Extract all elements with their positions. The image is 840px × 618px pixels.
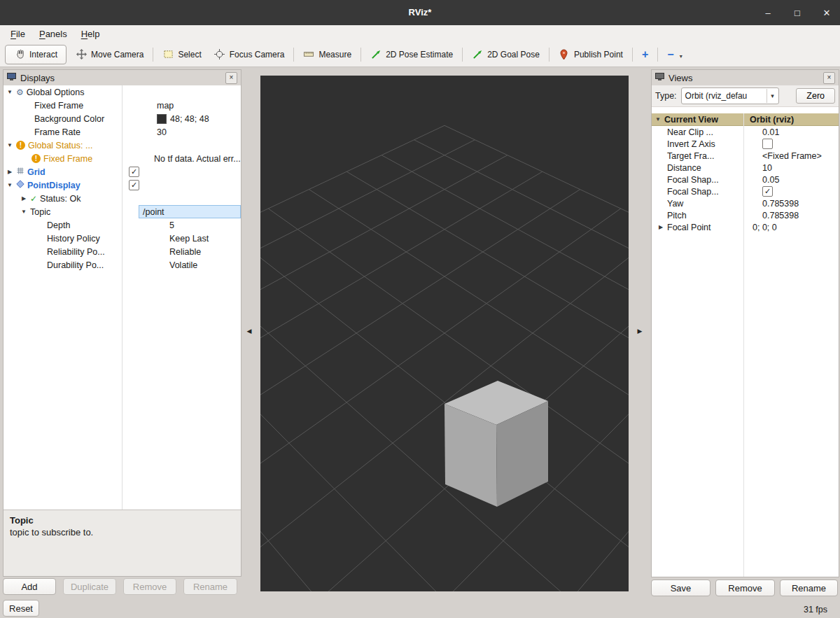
pose-arrow-icon	[370, 49, 382, 60]
views-row-yaw[interactable]: Yaw 0.785398	[652, 197, 839, 209]
checkbox[interactable]: ✓	[762, 139, 773, 149]
3d-viewport[interactable]	[260, 76, 629, 591]
row-value[interactable]: 0.01	[759, 127, 839, 137]
gear-icon: ⚙	[16, 88, 24, 97]
triangle-down-icon[interactable]: ▼	[654, 116, 662, 122]
tool-move-camera[interactable]: Move Camera	[69, 46, 150, 63]
tree-row-fixed-frame[interactable]: Fixed Frame map	[4, 99, 241, 112]
displays-panel-header[interactable]: Displays ×	[4, 70, 241, 86]
warning-icon: !	[16, 141, 25, 150]
tool-2d-goal-pose[interactable]: 2D Goal Pose	[465, 46, 546, 63]
toolbar-separator	[632, 48, 633, 62]
row-value[interactable]: 0.785398	[759, 199, 839, 209]
row-value[interactable]: 0.785398	[759, 211, 839, 220]
row-value[interactable]: 0.05	[759, 175, 839, 185]
row-label: PointDisplay	[27, 181, 80, 190]
tool-measure[interactable]: Measure	[297, 46, 358, 63]
duplicate-button: Duplicate	[63, 578, 116, 595]
property-help-box: Topic topic to subscribe to.	[4, 510, 241, 576]
views-row-near-clip[interactable]: Near Clip ... 0.01	[652, 126, 839, 138]
tree-row-global-status-fixed-frame[interactable]: ! Fixed Frame No tf data. Actual err...	[4, 152, 241, 165]
tree-row-history-policy[interactable]: History Policy Keep Last	[4, 232, 241, 245]
tree-row-topic[interactable]: ▼ Topic /point	[4, 205, 241, 218]
tool-2d-pose-estimate[interactable]: 2D Pose Estimate	[364, 46, 459, 63]
triangle-down-icon[interactable]: ▼	[6, 89, 13, 95]
row-value: No tf data. Actual err...	[150, 152, 241, 165]
view-type-dropdown[interactable]: Orbit (rviz_defau ▾	[681, 87, 779, 104]
minimize-icon[interactable]: –	[763, 8, 773, 18]
collapse-left-icon[interactable]: ◀	[245, 328, 253, 335]
rename-view-button[interactable]: Rename	[780, 580, 838, 596]
dropdown-caret-icon[interactable]: ▾	[680, 53, 682, 59]
close-icon[interactable]: ×	[225, 72, 237, 84]
close-icon[interactable]: ×	[823, 72, 835, 84]
tool-publish-point[interactable]: Publish Point	[552, 46, 629, 63]
tool-2d-pose-estimate-label: 2D Pose Estimate	[386, 50, 453, 59]
views-row-target-frame[interactable]: Target Fra... <Fixed Frame>	[652, 150, 839, 162]
row-value[interactable]: 10	[759, 163, 839, 173]
remove-tool-button[interactable]: − ▾	[661, 47, 688, 62]
tree-row-status-ok[interactable]: ▶ ✓ Status: Ok	[4, 192, 241, 205]
tree-row-point-display[interactable]: ▼ PointDisplay ✓	[4, 178, 241, 192]
views-panel-title: Views	[668, 73, 692, 83]
menu-panels[interactable]: Panels	[33, 27, 74, 41]
views-row-invert-z-axis[interactable]: Invert Z Axis ✓	[652, 138, 839, 150]
add-button[interactable]: Add	[3, 578, 56, 595]
row-label: Current View	[664, 115, 718, 125]
tool-select[interactable]: Select	[156, 46, 207, 63]
grid-display-icon	[16, 167, 24, 177]
remove-view-button[interactable]: Remove	[715, 580, 775, 596]
triangle-down-icon[interactable]: ▼	[6, 182, 13, 188]
checkbox[interactable]: ✓	[762, 186, 773, 197]
tree-row-global-options[interactable]: ▼ ⚙ Global Options	[4, 85, 241, 99]
row-label: Focal Shap...	[667, 175, 719, 185]
maximize-icon[interactable]: □	[792, 8, 802, 18]
menu-file[interactable]: File	[4, 27, 31, 41]
tree-row-reliability-policy[interactable]: Reliability Po... Reliable	[4, 245, 241, 258]
tree-row-background-color[interactable]: Background Color 48; 48; 48	[4, 112, 241, 125]
add-tool-button[interactable]: +	[636, 47, 654, 62]
toolbar-separator	[153, 48, 153, 62]
tree-row-frame-rate[interactable]: Frame Rate 30	[4, 125, 241, 139]
row-value[interactable]: Volatile	[165, 258, 241, 272]
publish-point-pin-icon	[559, 49, 570, 60]
views-row-focal-shape-size[interactable]: Focal Shap... 0.05	[652, 174, 839, 185]
triangle-right-icon[interactable]: ▶	[20, 195, 27, 202]
row-value[interactable]: <Fixed Frame>	[759, 151, 839, 161]
tool-interact[interactable]: Interact	[5, 45, 66, 64]
tree-row-global-status[interactable]: ▼ ! Global Status: ...	[4, 139, 241, 152]
row-label: Fixed Frame	[43, 154, 92, 164]
topic-value-field[interactable]: /point	[139, 205, 241, 218]
row-value[interactable]: 5	[165, 218, 241, 232]
tool-focus-camera[interactable]: Focus Camera	[208, 46, 291, 63]
row-value[interactable]: 0; 0; 0	[749, 223, 839, 232]
tree-row-depth[interactable]: Depth 5	[4, 218, 241, 232]
triangle-right-icon[interactable]: ▶	[6, 169, 13, 175]
row-value[interactable]: Reliable	[165, 245, 241, 258]
triangle-right-icon[interactable]: ▶	[657, 224, 664, 230]
row-label: Durability Po...	[47, 260, 104, 270]
reset-button[interactable]: Reset	[3, 600, 39, 617]
displays-panel: Displays × ▼ ⚙ Global Options Fixed Fram…	[3, 69, 241, 577]
save-view-button[interactable]: Save	[651, 580, 710, 596]
row-value[interactable]: map	[153, 99, 241, 112]
tree-row-grid-display[interactable]: ▶ Grid ✓	[4, 165, 241, 178]
triangle-down-icon[interactable]: ▼	[6, 142, 13, 148]
tree-row-durability-policy[interactable]: Durability Po... Volatile	[4, 258, 241, 272]
collapse-right-icon[interactable]: ▶	[636, 328, 644, 335]
views-row-distance[interactable]: Distance 10	[652, 162, 839, 174]
views-row-focal-shape-fixed[interactable]: Focal Shap... ✓	[652, 185, 839, 197]
current-view-row[interactable]: ▼ Current View Orbit (rviz)	[652, 113, 839, 126]
triangle-down-icon[interactable]: ▼	[20, 209, 27, 215]
row-value[interactable]: 48; 48; 48	[153, 112, 241, 125]
menu-help[interactable]: Help	[75, 27, 106, 41]
row-value[interactable]: 30	[153, 125, 241, 139]
checkbox[interactable]: ✓	[129, 180, 139, 190]
views-row-pitch[interactable]: Pitch 0.785398	[652, 209, 839, 221]
close-icon[interactable]: ✕	[822, 8, 832, 18]
checkbox[interactable]: ✓	[129, 167, 139, 177]
row-value[interactable]: Keep Last	[165, 232, 241, 245]
views-panel-header[interactable]: Views ×	[652, 70, 839, 86]
views-row-focal-point[interactable]: ▶ Focal Point 0; 0; 0	[652, 221, 839, 233]
zero-button[interactable]: Zero	[796, 88, 835, 104]
